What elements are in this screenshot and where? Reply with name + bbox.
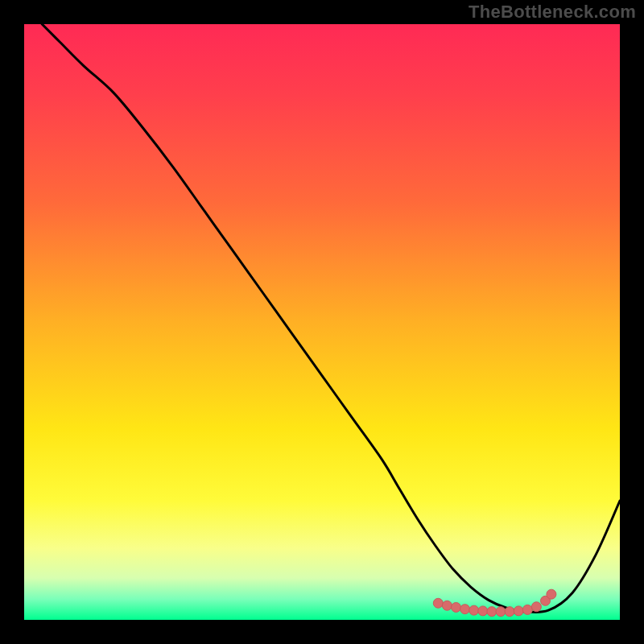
marker-dot	[487, 607, 497, 617]
marker-dot	[442, 601, 452, 610]
marker-dot	[469, 605, 479, 615]
marker-dot	[514, 606, 523, 616]
marker-dot	[433, 598, 443, 608]
marker-dot	[478, 606, 488, 616]
curve-layer	[24, 24, 620, 620]
marker-dot	[547, 589, 556, 599]
marker-dot	[460, 605, 470, 614]
marker-dot	[522, 605, 532, 614]
curve-line	[42, 24, 620, 613]
marker-dot	[505, 607, 514, 617]
marker-dot	[531, 602, 541, 612]
plot-area	[24, 24, 620, 620]
marker-dot	[452, 602, 461, 612]
chart-frame: TheBottleneck.com	[0, 0, 644, 644]
marker-dot	[496, 607, 506, 617]
watermark-text: TheBottleneck.com	[469, 2, 636, 23]
